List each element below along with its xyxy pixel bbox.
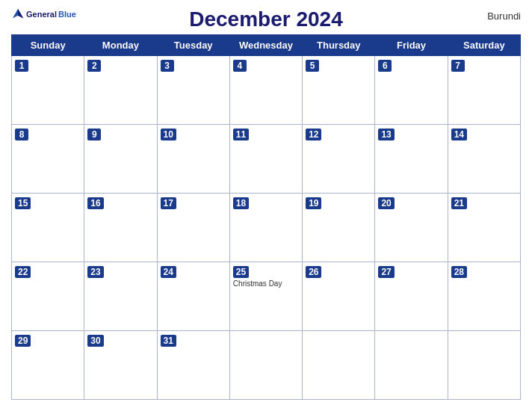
day-of-week-header: Monday — [84, 35, 157, 56]
country-label: Burundi — [454, 7, 521, 22]
day-of-week-header: Tuesday — [157, 35, 229, 56]
day-number: 17 — [161, 197, 176, 209]
day-of-week-header: Thursday — [303, 35, 375, 56]
day-number: 31 — [161, 335, 176, 347]
day-number: 12 — [306, 129, 321, 140]
calendar-title: December 2024 — [78, 7, 454, 31]
calendar-wrapper: General Blue December 2024 Burundi Sunda… — [0, 0, 532, 411]
calendar-day-cell: 21 — [448, 194, 520, 262]
day-number: 1 — [15, 60, 28, 72]
logo-bird-icon — [11, 7, 25, 21]
calendar-day-cell: 24 — [157, 262, 229, 331]
day-number: 13 — [378, 129, 394, 140]
calendar-day-cell: 14 — [448, 125, 520, 194]
calendar-day-cell: 6 — [375, 56, 448, 125]
svg-marker-1 — [18, 9, 23, 19]
calendar-day-cell: 11 — [229, 125, 302, 194]
logo-text: General Blue — [11, 7, 76, 21]
day-number: 14 — [451, 129, 467, 140]
day-number: 4 — [233, 60, 247, 72]
day-of-week-header: Saturday — [448, 35, 520, 56]
header-row: General Blue December 2024 Burundi — [11, 7, 521, 31]
day-number: 7 — [451, 60, 465, 72]
calendar-day-cell: 26 — [303, 262, 375, 331]
day-number: 29 — [15, 335, 31, 347]
day-number: 8 — [15, 129, 28, 140]
day-number: 26 — [306, 266, 321, 278]
calendar-week-row: 22232425Christmas Day262728 — [12, 262, 521, 331]
day-number: 10 — [161, 129, 176, 140]
calendar-week-row: 293031 — [12, 331, 521, 400]
day-number: 25 — [233, 266, 249, 278]
calendar-day-cell: 27 — [375, 262, 448, 331]
calendar-day-cell — [303, 331, 375, 400]
calendar-day-cell: 16 — [84, 194, 157, 262]
calendar-day-cell: 30 — [84, 331, 157, 400]
calendar-week-row: 891011121314 — [12, 125, 521, 194]
calendar-day-cell — [229, 331, 302, 400]
calendar-day-cell: 10 — [157, 125, 229, 194]
calendar-day-cell: 17 — [157, 194, 229, 262]
calendar-week-row: 1234567 — [12, 56, 521, 125]
calendar-body: 1234567891011121314151617181920212223242… — [12, 56, 521, 400]
calendar-day-cell: 22 — [12, 262, 84, 331]
calendar-day-cell: 28 — [448, 262, 520, 331]
calendar-day-cell: 2 — [84, 56, 157, 125]
calendar-day-cell — [448, 331, 520, 400]
calendar-day-cell: 19 — [303, 194, 375, 262]
day-number: 22 — [15, 266, 31, 278]
calendar-day-cell: 5 — [303, 56, 375, 125]
calendar-day-cell: 18 — [229, 194, 302, 262]
calendar-day-cell: 29 — [12, 331, 84, 400]
month-title: December 2024 — [78, 7, 454, 31]
day-of-week-header: Wednesday — [229, 35, 302, 56]
day-number: 9 — [87, 129, 101, 140]
calendar-day-cell: 3 — [157, 56, 229, 125]
calendar-day-cell — [375, 331, 448, 400]
calendar-table: SundayMondayTuesdayWednesdayThursdayFrid… — [11, 34, 521, 400]
calendar-day-cell: 23 — [84, 262, 157, 331]
day-number: 20 — [378, 197, 394, 209]
day-number: 18 — [233, 197, 249, 209]
calendar-day-cell: 7 — [448, 56, 520, 125]
event-label: Christmas Day — [233, 279, 299, 288]
day-of-week-header: Sunday — [12, 35, 84, 56]
day-number: 16 — [87, 197, 103, 209]
calendar-day-cell: 25Christmas Day — [229, 262, 302, 331]
calendar-day-cell: 13 — [375, 125, 448, 194]
calendar-day-cell: 1 — [12, 56, 84, 125]
logo-area: General Blue — [11, 7, 78, 21]
day-number: 2 — [87, 60, 101, 72]
logo-general: General — [26, 10, 57, 19]
calendar-day-cell: 9 — [84, 125, 157, 194]
calendar-header: SundayMondayTuesdayWednesdayThursdayFrid… — [12, 35, 521, 56]
day-of-week-header: Friday — [375, 35, 448, 56]
day-number: 28 — [451, 266, 467, 278]
calendar-day-cell: 15 — [12, 194, 84, 262]
calendar-day-cell: 4 — [229, 56, 302, 125]
calendar-week-row: 15161718192021 — [12, 194, 521, 262]
calendar-day-cell: 12 — [303, 125, 375, 194]
day-number: 23 — [87, 266, 103, 278]
calendar-day-cell: 20 — [375, 194, 448, 262]
day-number: 15 — [15, 197, 31, 209]
day-number: 11 — [233, 129, 249, 140]
day-number: 27 — [378, 266, 394, 278]
day-number: 19 — [306, 197, 321, 209]
days-of-week-row: SundayMondayTuesdayWednesdayThursdayFrid… — [12, 35, 521, 56]
day-number: 3 — [161, 60, 174, 72]
day-number: 5 — [306, 60, 319, 72]
day-number: 6 — [378, 60, 392, 72]
day-number: 30 — [87, 335, 103, 347]
day-number: 21 — [451, 197, 467, 209]
calendar-day-cell: 8 — [12, 125, 84, 194]
logo-blue: Blue — [58, 10, 76, 19]
day-number: 24 — [161, 266, 176, 278]
calendar-day-cell: 31 — [157, 331, 229, 400]
